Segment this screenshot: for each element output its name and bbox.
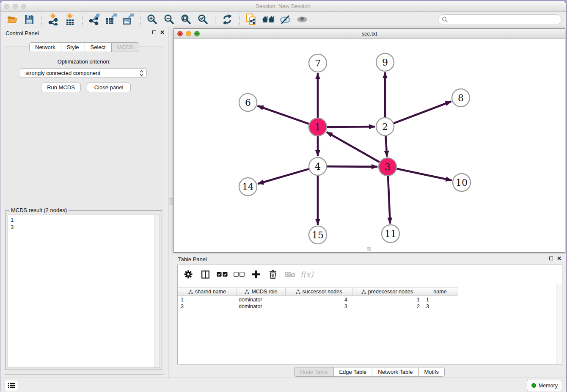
search-input[interactable]: [438, 14, 561, 25]
refresh-icon: [222, 14, 233, 25]
import-network-button[interactable]: [45, 13, 62, 26]
export-table-icon: [105, 14, 117, 25]
column-header-successor-nodes[interactable]: successor nodes: [286, 287, 352, 296]
task-list-icon: [8, 383, 15, 388]
graph-edge[interactable]: [385, 136, 387, 157]
column-label: name: [433, 289, 446, 295]
task-history-button[interactable]: [5, 380, 18, 391]
copy-current-view-button[interactable]: [243, 13, 260, 26]
close-table-panel-icon[interactable]: ✕: [557, 256, 561, 261]
eye-icon: [296, 15, 308, 24]
table-cell: 3: [178, 303, 237, 310]
memory-button[interactable]: Memory: [527, 380, 562, 391]
graph-edge[interactable]: [258, 106, 309, 124]
control-panel-title: Control Panel: [6, 30, 39, 36]
graph-node-label: 7: [315, 58, 321, 69]
panel-splitter[interactable]: [168, 27, 173, 378]
refresh-layout-button[interactable]: [219, 13, 236, 26]
graph-edge[interactable]: [388, 176, 390, 224]
zoom-out-icon: [164, 14, 175, 25]
delete-table-icon: [284, 271, 295, 278]
view-resize-grip[interactable]: [367, 247, 371, 251]
graph-edge[interactable]: [394, 102, 451, 124]
table-row[interactable]: 3dominator323: [178, 303, 556, 310]
graph-node-label: 8: [458, 93, 464, 103]
graph-node-label: 15: [312, 230, 324, 240]
table-panel-tabs: Node Table Edge Table Network Table Moti…: [294, 367, 445, 377]
zoom-fit-button[interactable]: [178, 13, 195, 26]
hide-graphics-details-button[interactable]: [277, 13, 294, 26]
search-field: [438, 14, 561, 25]
column-header-name[interactable]: name: [422, 287, 458, 296]
table-toolbar: f(x): [178, 265, 562, 284]
float-table-panel-icon[interactable]: [549, 257, 553, 260]
delete-table-button[interactable]: [284, 269, 295, 280]
select-stepper-icon: [140, 70, 143, 80]
export-image-button[interactable]: [120, 13, 137, 26]
table-panel: Table Panel ✕: [173, 254, 566, 378]
zoom-in-icon: [147, 14, 158, 25]
export-table-button[interactable]: [103, 13, 120, 26]
control-panel-tabs: Network Style Select MCDS: [29, 42, 139, 52]
tab-network-table[interactable]: Network Table: [372, 367, 418, 377]
tab-network[interactable]: Network: [29, 42, 61, 52]
table-row[interactable]: 1dominator411: [178, 296, 556, 303]
float-panel-icon[interactable]: [152, 30, 156, 34]
graph-node-label: 10: [456, 177, 468, 188]
graph-edge[interactable]: [327, 132, 380, 162]
graph-edge[interactable]: [258, 169, 309, 184]
column-label: predecessor nodes: [368, 289, 413, 295]
window-title: Session: New Session: [0, 3, 566, 9]
import-table-button[interactable]: [62, 13, 79, 26]
result-scrollbar[interactable]: [154, 215, 160, 367]
table-scrollbar[interactable]: [556, 284, 562, 364]
zoom-selected-icon: [198, 14, 209, 25]
zoom-in-button[interactable]: [144, 13, 161, 26]
plus-icon: [252, 270, 260, 279]
toolbar-separator: [239, 14, 239, 25]
split-view-button[interactable]: [200, 269, 211, 280]
network-graph[interactable]: 7968124314101511: [174, 39, 565, 252]
column-type-icon: [361, 290, 366, 294]
tab-motifs[interactable]: Motifs: [418, 367, 445, 377]
save-floppy-icon: [24, 14, 34, 25]
close-panel-icon[interactable]: ✕: [160, 30, 165, 35]
network-window-titlebar: ✕ − + scc.txt: [174, 29, 565, 39]
splitter-grip[interactable]: [169, 198, 173, 205]
export-image-icon: [122, 14, 134, 25]
mcds-result-area[interactable]: 1 3: [8, 215, 160, 368]
import-network-icon: [48, 14, 59, 25]
graph-edge[interactable]: [397, 169, 452, 180]
network-canvas[interactable]: 7968124314101511: [174, 39, 565, 252]
column-header-shared-name[interactable]: shared name: [178, 287, 237, 296]
main-toolbar: [0, 12, 566, 27]
function-builder-button[interactable]: f(x): [301, 269, 312, 280]
save-session-button[interactable]: [21, 13, 38, 26]
zoom-selected-button[interactable]: [195, 13, 212, 26]
toolbar-separator: [41, 14, 41, 25]
show-graphics-details-button[interactable]: [294, 13, 311, 26]
run-mcds-button[interactable]: Run MCDS: [41, 83, 81, 92]
column-header-predecessor-nodes[interactable]: predecessor nodes: [352, 287, 422, 296]
table-cell: 3: [286, 303, 352, 310]
tab-edge-table[interactable]: Edge Table: [333, 367, 372, 377]
table-settings-button[interactable]: [183, 269, 194, 280]
select-all-button[interactable]: [217, 269, 228, 280]
tab-select[interactable]: Select: [85, 42, 112, 52]
criterion-value: strongly connected component: [25, 70, 100, 76]
delete-columns-button[interactable]: [267, 269, 278, 280]
home-layout-button[interactable]: [260, 13, 277, 26]
tab-style[interactable]: Style: [61, 42, 85, 52]
open-session-button[interactable]: [4, 13, 21, 26]
graph-edge[interactable]: [327, 127, 375, 127]
close-panel-button[interactable]: Close panel: [87, 83, 131, 92]
export-network-button[interactable]: [86, 13, 103, 26]
table-cell: 1: [178, 296, 237, 303]
open-folder-icon: [7, 14, 18, 25]
graph-edge[interactable]: [327, 166, 377, 167]
deselect-all-button[interactable]: [234, 269, 245, 280]
column-header-mcds-role[interactable]: MCDS role: [237, 287, 286, 296]
zoom-out-button[interactable]: [161, 13, 178, 26]
add-column-button[interactable]: [250, 269, 261, 280]
criterion-select[interactable]: strongly connected component: [20, 68, 147, 78]
